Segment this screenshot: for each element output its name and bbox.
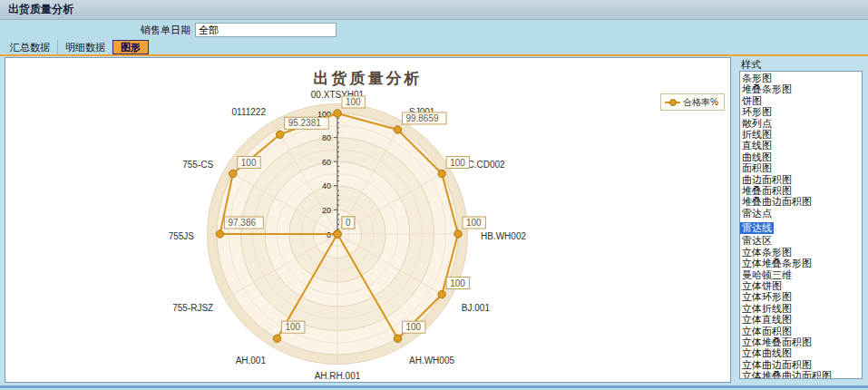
style-option[interactable]: 雷达线: [740, 222, 774, 233]
data-point: [229, 170, 237, 177]
data-point: [334, 110, 341, 117]
style-option[interactable]: 散列点: [740, 118, 862, 129]
category-label: 755JS: [169, 231, 195, 241]
title-bar: 出货质量分析: [0, 0, 868, 20]
tab-bar: 汇总数据 明细数据 图形: [0, 40, 868, 54]
sale-date-label: 销售单日期: [0, 24, 190, 37]
filter-bar: 销售单日期: [0, 20, 868, 40]
value-label: 0: [346, 218, 351, 228]
value-label: 100: [466, 218, 482, 228]
style-option[interactable]: 堆叠面积图: [740, 185, 862, 196]
value-label: 100: [346, 97, 361, 107]
style-option[interactable]: 直线图: [740, 140, 862, 151]
data-point: [394, 126, 401, 133]
sale-date-input[interactable]: [195, 23, 336, 37]
axis-tick-label: 20: [322, 206, 331, 215]
style-option[interactable]: 立体曲边面积图: [740, 359, 862, 370]
chart-panel: 02040608010000.XTSYH01SJ001SC.CD002HB.WH…: [5, 57, 731, 383]
category-label: 755-RJSZ: [172, 303, 213, 313]
style-option[interactable]: 曼哈顿三维: [740, 269, 862, 280]
data-point: [334, 230, 341, 238]
category-label: 755-CS: [182, 160, 213, 170]
category-label: HB.WH002: [481, 231, 526, 241]
style-option[interactable]: 环形图: [740, 106, 862, 117]
value-label: 99.8659: [405, 113, 439, 123]
style-option[interactable]: 立体饼图: [740, 280, 862, 291]
data-point: [276, 131, 283, 138]
style-option[interactable]: 雷达点: [740, 208, 862, 219]
value-label: 95.2381: [288, 118, 322, 128]
style-option[interactable]: 立体条形图: [740, 247, 862, 258]
style-option[interactable]: 折线图: [740, 129, 862, 140]
value-label: 100: [406, 322, 422, 332]
style-option[interactable]: 立体直线图: [740, 314, 862, 325]
axis-tick-label: 40: [322, 181, 331, 190]
style-option[interactable]: 立体堆叠曲边面积图: [740, 370, 862, 379]
data-point: [438, 170, 445, 177]
tab-summary-data[interactable]: 汇总数据: [3, 40, 57, 54]
style-option[interactable]: 堆叠条形图: [740, 83, 862, 94]
style-option[interactable]: 立体堆叠条形图: [740, 258, 862, 268]
chart-title: 出货质量分析: [5, 68, 730, 89]
data-point: [216, 230, 223, 238]
category-label: 0111222: [232, 107, 267, 117]
style-listbox[interactable]: 条形图堆叠条形图饼图环形图散列点折线图直线图曲线图面积图曲边面积图堆叠面积图堆叠…: [739, 71, 863, 379]
style-option[interactable]: 雷达区: [740, 235, 862, 246]
bottom-accent-bar: [0, 385, 868, 388]
style-option[interactable]: 堆叠曲边面积图: [740, 196, 862, 207]
style-option[interactable]: 立体折线图: [740, 303, 862, 314]
legend-label: 合格率%: [683, 96, 718, 109]
value-label: 97.386: [228, 218, 256, 228]
style-option[interactable]: 立体面积图: [740, 326, 862, 336]
axis-tick-label: 80: [322, 133, 331, 142]
tab-detail-data[interactable]: 明细数据: [57, 40, 112, 54]
style-option[interactable]: 饼图: [740, 95, 862, 106]
style-option[interactable]: 立体堆叠面积图: [740, 336, 862, 347]
tab-graph[interactable]: 图形: [112, 40, 149, 54]
style-option[interactable]: 立体曲线图: [740, 347, 862, 358]
radar-chart: 02040608010000.XTSYH01SJ001SC.CD002HB.WH…: [5, 58, 730, 382]
data-point: [438, 290, 445, 297]
value-label: 100: [450, 158, 465, 168]
value-label: 100: [241, 158, 257, 168]
style-option[interactable]: 立体环形图: [740, 291, 862, 302]
data-point: [394, 335, 401, 342]
category-label: BJ.001: [462, 303, 491, 313]
value-label: 100: [450, 278, 465, 288]
style-panel: 样式 条形图堆叠条形图饼图环形图散列点折线图直线图曲线图面积图曲边面积图堆叠面积…: [736, 57, 864, 383]
category-label: AH.RH.001: [315, 371, 361, 381]
style-option[interactable]: 条形图: [740, 73, 862, 83]
style-option[interactable]: 曲边面积图: [740, 174, 862, 185]
data-point: [454, 230, 462, 238]
style-option[interactable]: 曲线图: [740, 151, 862, 162]
series-line-marker-icon: [665, 102, 680, 103]
legend: 合格率%: [660, 93, 725, 111]
value-label: 100: [286, 322, 301, 332]
page-title: 出货质量分析: [8, 3, 73, 15]
style-option[interactable]: 面积图: [740, 162, 862, 173]
active-tab-accent-bar: [0, 54, 868, 56]
category-label: AH.001: [236, 356, 267, 366]
axis-tick-label: 60: [322, 158, 331, 167]
data-point: [273, 335, 280, 342]
category-label: AH.WH005: [409, 356, 454, 366]
